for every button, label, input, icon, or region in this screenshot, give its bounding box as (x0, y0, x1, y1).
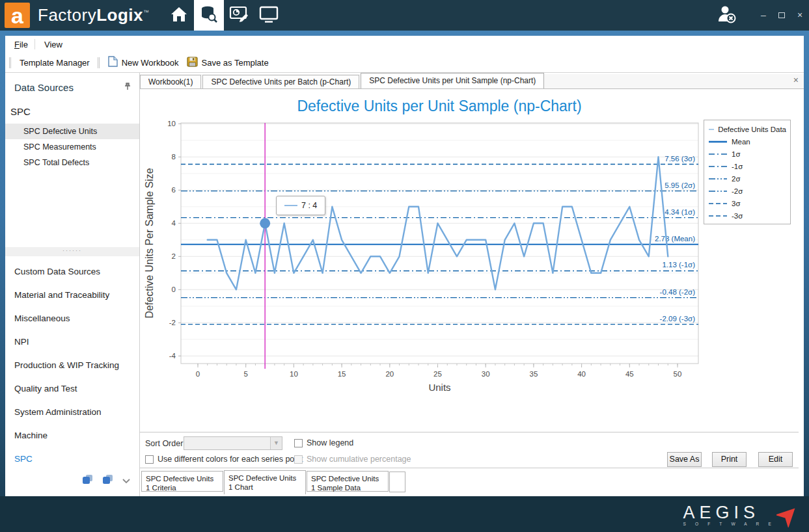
close-button[interactable]: × (791, 0, 809, 31)
aegis-logo: AEGIS S O F T W A R E (683, 504, 799, 530)
maximize-button[interactable] (773, 0, 791, 31)
menu-file[interactable]: File (8, 37, 34, 52)
legend-entry: Mean (708, 135, 786, 148)
svg-text:45: 45 (625, 370, 634, 378)
svg-text:5: 5 (243, 370, 247, 378)
sidebar-category[interactable]: Material and Traceability (5, 284, 139, 307)
data-source-item[interactable]: SPC Measurements (5, 139, 139, 155)
trademark: ™ (143, 9, 150, 16)
svg-text:2.73 (Mean): 2.73 (Mean) (655, 235, 695, 243)
np-chart[interactable]: 7.56 (3σ)5.95 (2σ)4.34 (1σ)2.73 (Mean)1.… (140, 90, 799, 395)
sidebar-category[interactable]: Quality and Test (5, 377, 139, 401)
legend-label: -2σ (732, 187, 743, 195)
svg-text:50: 50 (674, 370, 682, 378)
workbook-tab[interactable]: Workbook(1) (140, 75, 201, 88)
sheet-tab[interactable]: SPC Defective Units 1 Criteria (141, 471, 223, 492)
minimize-button[interactable]: – (754, 0, 773, 31)
sort-order-select[interactable]: ▼ (184, 436, 282, 450)
chart-options-bar: Sort Order: ▼ Show legend Use different … (140, 432, 799, 468)
sidebar-category[interactable]: System Administration (5, 401, 139, 424)
toolbar-grip (9, 57, 11, 68)
svg-text:7.56 (3σ): 7.56 (3σ) (665, 155, 695, 163)
legend-line-sample (708, 163, 728, 170)
sheet-tab[interactable]: SPC Defective Units 1 Chart (224, 470, 306, 494)
template-manager-button[interactable]: Template Manager (16, 56, 94, 70)
app-logo: a (5, 3, 30, 28)
legend-line-sample (708, 200, 728, 207)
brand-logix: Logix (96, 5, 143, 25)
svg-text:40: 40 (577, 370, 586, 378)
tooltip-value: 7 : 4 (301, 201, 317, 210)
edit-button[interactable]: Edit (758, 452, 793, 467)
app-window: a FactoryLogix™ (0, 0, 809, 532)
sheet-tab[interactable]: SPC Defective Units 1 Sample Data (307, 471, 389, 492)
reports-button[interactable] (224, 0, 254, 31)
chevron-down-icon[interactable] (122, 475, 130, 486)
aegis-brand-text: AEGIS (683, 504, 775, 521)
save-as-button[interactable]: Save As (667, 452, 702, 467)
sidebar-category[interactable]: Machine (5, 424, 139, 447)
svg-text:15: 15 (338, 370, 346, 378)
sort-order-label: Sort Order: (145, 439, 185, 448)
svg-text:1.13 (-1σ): 1.13 (-1σ) (662, 261, 695, 269)
checkbox-box (294, 455, 303, 464)
svg-text:4: 4 (172, 219, 176, 227)
menu-separator (34, 39, 35, 49)
menu-view[interactable]: View (38, 37, 69, 52)
use-colors-label: Use different colors for each series poi… (158, 455, 303, 464)
svg-text:25: 25 (433, 370, 442, 378)
show-legend-label: Show legend (307, 438, 353, 447)
sidebar-category[interactable]: Production & WIP Tracking (5, 354, 139, 377)
show-cumulative-checkbox: Show cumulative percentage (294, 455, 411, 464)
toolbar: Template Manager New Workbook Save as Te… (5, 53, 804, 73)
legend-label: 3σ (732, 200, 741, 207)
chart-legend: Defective Units Data Mean 1σ (704, 120, 791, 224)
show-legend-checkbox[interactable]: Show legend (294, 438, 353, 447)
sheet-tab-stub[interactable] (389, 472, 405, 492)
sidebar-header: Data Sources (5, 73, 139, 93)
svg-text:-0.48 (-2σ): -0.48 (-2σ) (660, 288, 696, 296)
sidebar-category[interactable]: Custom Data Sources (5, 260, 139, 284)
pin-icon[interactable] (124, 82, 131, 93)
workbook-tab[interactable]: SPC Defective Units per Unit Sample (np-… (361, 73, 544, 88)
new-workbook-button[interactable]: New Workbook (104, 54, 183, 71)
home-button[interactable] (164, 0, 194, 31)
windows-view-icon[interactable] (102, 474, 113, 487)
logout-user-button[interactable] (715, 5, 737, 27)
workbook-tab[interactable]: SPC Defective Units per Batch (p-Chart) (202, 75, 359, 88)
save-as-template-button[interactable]: Save as Template (183, 55, 273, 71)
svg-text:-2.09 (-3σ): -2.09 (-3σ) (660, 315, 696, 323)
footer: AEGIS S O F T W A R E (0, 496, 809, 532)
app-brand: FactoryLogix™ (38, 5, 150, 25)
legend-entry: 1σ (708, 148, 786, 160)
sidebar-section-spc: SPC (5, 93, 139, 117)
display-button[interactable] (254, 0, 284, 31)
legend-entry: 3σ (708, 197, 786, 209)
checkbox-box (145, 455, 154, 464)
use-colors-checkbox[interactable]: Use different colors for each series poi… (145, 455, 303, 464)
sidebar-splitter[interactable]: ······ (5, 247, 139, 256)
sidebar-category[interactable]: SPC (5, 447, 139, 471)
svg-text:-4: -4 (169, 352, 176, 360)
brand-factory: Factory (38, 5, 96, 25)
svg-text:5.95 (2σ): 5.95 (2σ) (665, 181, 695, 189)
data-source-list: SPC Defective Units SPC Measurements SPC… (5, 124, 139, 170)
content-area: File View Template Manager New Workbook … (5, 36, 804, 496)
database-search-icon (200, 5, 218, 26)
sidebar-footer (5, 471, 139, 490)
chart-title: Defective Units per Unit Sample (np-Char… (140, 98, 739, 115)
save-as-template-label: Save as Template (202, 58, 269, 68)
data-explorer-button[interactable] (194, 0, 224, 31)
windows-view-icon[interactable] (82, 474, 93, 487)
spc-chart-panel[interactable]: Defective Units per Unit Sample (np-Char… (140, 90, 799, 395)
legend-line-sample (708, 151, 728, 157)
data-source-item[interactable]: SPC Defective Units (5, 124, 139, 139)
data-source-item[interactable]: SPC Total Defects (5, 155, 139, 170)
svg-text:30: 30 (482, 370, 490, 378)
user-logout-icon (715, 15, 737, 26)
tabstrip-close-icon[interactable]: × (793, 75, 799, 85)
sidebar-category[interactable]: Miscellaneous (5, 307, 139, 330)
workbook-tabstrip: Workbook(1) SPC Defective Units per Batc… (140, 74, 804, 89)
print-button[interactable]: Print (712, 452, 747, 467)
sidebar-category[interactable]: NPI (5, 330, 139, 354)
